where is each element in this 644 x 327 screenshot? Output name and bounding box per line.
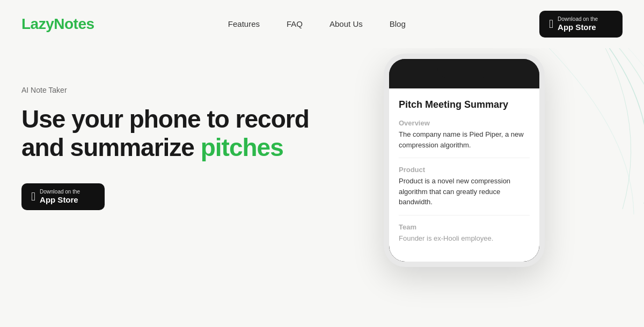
hero-tag: AI Note Taker	[21, 86, 317, 94]
left-section: AI Note Taker Use your phone to record a…	[21, 59, 317, 210]
apple-icon-main: 	[31, 191, 35, 203]
divider-1	[399, 158, 530, 158]
main-btn-small-text: Download on the	[40, 189, 80, 195]
divider-2	[399, 215, 530, 215]
phone-content: Pitch Meeting Summary Overview The compa…	[389, 88, 539, 262]
header-btn-small-text: Download on the	[558, 16, 598, 23]
team-label: Team	[399, 223, 530, 231]
card-overview: Overview The company name is Pied Piper,…	[399, 119, 530, 150]
overview-label: Overview	[399, 119, 530, 127]
logo: LazyNotes	[21, 16, 94, 33]
right-section: Pitch Meeting Summary Overview The compa…	[317, 59, 623, 267]
nav-blog[interactable]: Blog	[390, 19, 406, 28]
card-product: Product Product is a novel new compressi…	[399, 166, 530, 207]
main-btn-big-text: App Store	[40, 195, 80, 205]
nav-about[interactable]: About Us	[330, 19, 363, 28]
product-label: Product	[399, 166, 530, 174]
phone-screen: Pitch Meeting Summary Overview The compa…	[389, 59, 539, 262]
nav-faq[interactable]: FAQ	[287, 19, 303, 28]
team-text: Founder is ex-Hooli employee.	[399, 233, 530, 244]
product-text: Product is a novel new compression algor…	[399, 176, 530, 207]
phone-outer: Pitch Meeting Summary Overview The compa…	[384, 54, 545, 267]
main-content: AI Note Taker Use your phone to record a…	[0, 48, 644, 327]
card-team: Team Founder is ex-Hooli employee.	[399, 223, 530, 244]
phone-notch	[437, 64, 491, 78]
overview-text: The company name is Pied Piper, a new co…	[399, 129, 530, 150]
navbar: LazyNotes Features FAQ About Us Blog  D…	[0, 0, 644, 48]
nav-features[interactable]: Features	[228, 19, 260, 28]
header-app-store-button[interactable]:  Download on the App Store	[539, 11, 623, 38]
hero-headline: Use your phone to record and summarize p…	[21, 105, 317, 162]
header-btn-big-text: App Store	[558, 23, 598, 32]
apple-icon: 	[549, 18, 553, 30]
nav-links: Features FAQ About Us Blog	[228, 19, 406, 29]
phone-mockup: Pitch Meeting Summary Overview The compa…	[384, 54, 555, 267]
card-title: Pitch Meeting Summary	[399, 99, 530, 110]
phone-notch-area	[389, 59, 539, 88]
hero-app-store-button[interactable]:  Download on the App Store	[21, 183, 105, 210]
headline-highlight: pitches	[201, 133, 283, 161]
